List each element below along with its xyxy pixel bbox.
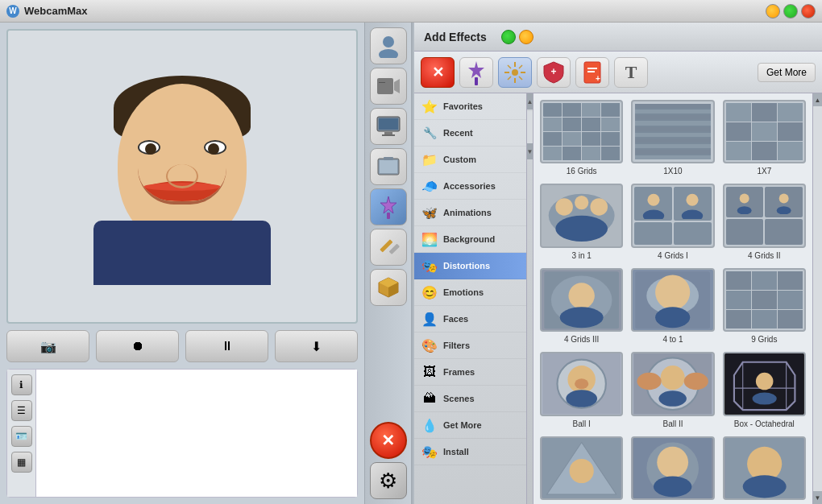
- maximize-button[interactable]: [783, 4, 798, 19]
- category-filters[interactable]: 🎨 Filters: [414, 333, 526, 359]
- svg-line-28: [519, 65, 522, 68]
- filters-icon: 🎨: [421, 337, 438, 354]
- effect-9grids-thumb[interactable]: [723, 268, 806, 332]
- effect-4grids1[interactable]: 4 Grids I: [631, 184, 714, 259]
- magic-wand-button[interactable]: [459, 57, 493, 88]
- info-button[interactable]: ℹ: [11, 374, 32, 395]
- delete-effect-button[interactable]: ✕: [421, 57, 455, 88]
- add-effect-button-1[interactable]: +: [537, 57, 571, 88]
- category-favorites[interactable]: ⭐ Favorites: [414, 93, 526, 120]
- effect-4grids3[interactable]: 4 Grids III: [540, 268, 623, 344]
- effect-1x7-thumb[interactable]: [723, 100, 806, 163]
- scenes-icon: 🏔: [421, 390, 438, 407]
- category-recent[interactable]: 🔧 Recent: [414, 120, 526, 147]
- svg-rect-15: [388, 244, 399, 254]
- effect-ball1-label: Ball I: [573, 419, 591, 428]
- category-custom[interactable]: 📁 Custom: [414, 147, 526, 173]
- download-button[interactable]: ⬇: [275, 330, 358, 362]
- effect-box-thumb[interactable]: [723, 352, 806, 415]
- gear-button[interactable]: ⚙: [370, 462, 407, 499]
- effect-box[interactable]: Box - Octahedral: [723, 352, 806, 428]
- category-emotions[interactable]: 😊 Emotions: [414, 279, 526, 306]
- effect-ball2-thumb[interactable]: [631, 352, 714, 415]
- text-effect-button[interactable]: T: [614, 57, 648, 88]
- record-button[interactable]: ⏺: [96, 330, 179, 362]
- svg-line-29: [508, 76, 511, 80]
- camera-button[interactable]: 📷: [6, 330, 89, 362]
- video-toolbar-button[interactable]: [370, 68, 407, 105]
- svg-rect-10: [380, 160, 397, 173]
- effect-3in1[interactable]: 3 in 1: [540, 184, 623, 259]
- svg-rect-4: [379, 82, 385, 83]
- effects-sparkle-button[interactable]: [498, 57, 532, 88]
- close-button[interactable]: [801, 4, 816, 19]
- effect-9grids[interactable]: 9 Grids: [723, 268, 806, 344]
- panel-yellow-button[interactable]: [519, 30, 533, 44]
- category-get-more[interactable]: 💧 Get More: [414, 412, 526, 439]
- box-toolbar-button[interactable]: [370, 269, 407, 306]
- category-distortions[interactable]: 🎭 Distortions: [414, 253, 526, 279]
- effect-16grids-thumb[interactable]: [540, 100, 623, 163]
- effect-1x10-label: 1X10: [663, 167, 682, 176]
- category-scrollbar[interactable]: ▲ ▼: [527, 93, 533, 504]
- favorites-icon: ⭐: [421, 97, 438, 115]
- category-scenes[interactable]: 🏔 Scenes: [414, 386, 526, 412]
- category-background[interactable]: 🌅 Background: [414, 226, 526, 253]
- svg-point-76: [570, 459, 594, 483]
- effect-1x10[interactable]: 1X10: [631, 100, 714, 176]
- svg-text:+: +: [596, 74, 600, 83]
- effect-16grids[interactable]: 16 Grids: [540, 100, 623, 176]
- emotions-icon: 😊: [421, 283, 438, 301]
- svg-point-39: [555, 216, 608, 242]
- svg-point-40: [647, 193, 659, 205]
- effect-4grids3-thumb[interactable]: [540, 268, 623, 332]
- effect-ball2[interactable]: Ball II: [631, 352, 714, 428]
- svg-point-41: [642, 209, 663, 219]
- effects-scrollbar[interactable]: ▲ ▼: [812, 93, 822, 504]
- category-faces[interactable]: 👤 Faces: [414, 306, 526, 333]
- video-preview: [6, 29, 358, 324]
- main-content: 📷 ⏺ ⏸ ⬇ ℹ ☰ 🪪 ▦: [0, 23, 822, 504]
- recent-label: Recent: [443, 128, 473, 138]
- svg-point-47: [777, 206, 791, 214]
- effect-4grids1-thumb[interactable]: [631, 184, 714, 247]
- category-accessories[interactable]: 🧢 Accessories: [414, 173, 526, 200]
- effect-ball1-thumb[interactable]: [540, 352, 623, 415]
- effect-1x7[interactable]: 1X7: [723, 100, 806, 176]
- monitor-toolbar-button[interactable]: [370, 108, 407, 145]
- effect-3in1-thumb[interactable]: [540, 184, 623, 247]
- effect-4to1[interactable]: 4 to 1: [631, 268, 714, 344]
- person-toolbar-button[interactable]: [370, 27, 407, 64]
- id-button[interactable]: 🪪: [11, 426, 32, 447]
- effect-more1[interactable]: [540, 436, 623, 503]
- add-effect-button-2[interactable]: +: [575, 57, 609, 88]
- svg-point-73: [752, 393, 776, 405]
- tools-toolbar-button[interactable]: [370, 229, 407, 266]
- effect-more1-thumb[interactable]: [540, 436, 623, 500]
- magic-toolbar-button[interactable]: [370, 188, 407, 225]
- effect-ball1[interactable]: Ball I: [540, 352, 623, 428]
- svg-point-66: [659, 391, 687, 407]
- get-more-button[interactable]: Get More: [758, 63, 816, 82]
- svg-rect-13: [387, 213, 390, 219]
- category-frames[interactable]: 🖼 Frames: [414, 359, 526, 386]
- effect-more3-thumb[interactable]: [723, 436, 806, 500]
- effect-more2-thumb[interactable]: [631, 436, 714, 500]
- svg-point-43: [682, 209, 703, 219]
- effect-1x10-thumb[interactable]: [631, 100, 714, 163]
- photo-toolbar-button[interactable]: [370, 148, 407, 185]
- stop-button[interactable]: ✕: [370, 422, 407, 459]
- minimize-button[interactable]: [766, 4, 780, 19]
- effect-more3[interactable]: [723, 436, 806, 503]
- layout-button[interactable]: ▦: [11, 452, 32, 473]
- effect-4grids2[interactable]: 4 Grids II: [723, 184, 806, 259]
- effects-title: Add Effects: [424, 31, 487, 43]
- panel-green-button[interactable]: [501, 30, 516, 44]
- effect-more2[interactable]: [631, 436, 714, 503]
- pause-button[interactable]: ⏸: [185, 330, 268, 362]
- category-animations[interactable]: 🦋 Animations: [414, 200, 526, 226]
- list-button[interactable]: ☰: [11, 400, 32, 421]
- effect-4to1-thumb[interactable]: [631, 268, 714, 332]
- category-install[interactable]: 🎭 Install: [414, 439, 526, 465]
- effect-4grids2-thumb[interactable]: [723, 184, 806, 247]
